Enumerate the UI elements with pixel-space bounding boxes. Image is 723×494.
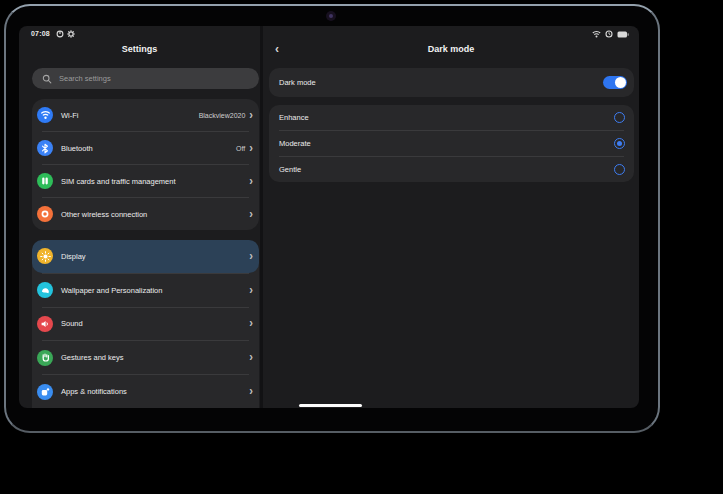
- sidebar-item-gestures[interactable]: Gestures and keys ›: [32, 341, 259, 374]
- item-label: Sound: [61, 319, 83, 328]
- sidebar-item-wallpaper[interactable]: Wallpaper and Personalization ›: [32, 274, 259, 307]
- sidebar-item-wifi[interactable]: Wi-Fi Blackview2020 ›: [32, 99, 259, 131]
- dark-mode-options-group: Enhance Moderate Gentle: [269, 105, 634, 182]
- dark-mode-switch[interactable]: [603, 76, 627, 89]
- radio-button[interactable]: [614, 164, 625, 175]
- sidebar-item-sound[interactable]: Sound ›: [32, 308, 259, 341]
- chevron-right-icon: ›: [249, 284, 253, 296]
- item-label: Other wireless connection: [61, 210, 147, 219]
- chevron-right-icon: ›: [249, 250, 253, 262]
- wireless-ring-icon: [37, 206, 53, 222]
- radio-button[interactable]: [614, 138, 625, 149]
- sun-icon: [37, 248, 53, 264]
- chevron-right-icon: ›: [249, 208, 253, 220]
- option-enhance[interactable]: Enhance: [269, 105, 634, 130]
- item-label: Bluetooth: [61, 144, 93, 153]
- sidebar-item-sim-cards[interactable]: SIM cards and traffic management ›: [32, 165, 259, 197]
- settings-title: Settings: [19, 44, 260, 54]
- item-label: Wallpaper and Personalization: [61, 286, 162, 295]
- dark-mode-panel: ‹ Dark mode Dark mode Enhance Moderate: [263, 26, 639, 408]
- chevron-right-icon: ›: [249, 386, 253, 398]
- screen: 07:08 Settings Search settings: [19, 26, 639, 408]
- option-gentle[interactable]: Gentle: [269, 157, 634, 182]
- sidebar-item-other-wireless[interactable]: Other wireless connection ›: [32, 198, 259, 230]
- radio-button[interactable]: [614, 112, 625, 123]
- chevron-right-icon: ›: [249, 175, 253, 187]
- wireless-settings-group: Wi-Fi Blackview2020 › Bluetooth Off ›: [32, 99, 259, 230]
- stage: 07:08 Settings Search settings: [0, 0, 723, 494]
- item-value: Off: [236, 145, 245, 152]
- home-indicator[interactable]: [299, 404, 362, 407]
- chevron-right-icon: ›: [249, 142, 253, 154]
- option-moderate[interactable]: Moderate: [269, 131, 634, 156]
- sim-card-icon: [37, 173, 53, 189]
- page-title: Dark mode: [263, 44, 639, 54]
- option-label: Enhance: [279, 113, 309, 122]
- option-label: Moderate: [279, 139, 311, 148]
- wallpaper-icon: [37, 282, 53, 298]
- chevron-right-icon: ›: [249, 318, 253, 330]
- settings-sidebar: Settings Search settings Wi-Fi Blackview…: [19, 26, 260, 408]
- wifi-icon: [37, 107, 53, 123]
- speaker-icon: [37, 316, 53, 332]
- sidebar-item-apps-notifications[interactable]: Apps & notifications ›: [32, 375, 259, 408]
- item-value: Blackview2020: [199, 112, 246, 119]
- search-input[interactable]: Search settings: [32, 68, 259, 89]
- sidebar-item-display[interactable]: Display ›: [32, 240, 259, 273]
- sidebar-item-bluetooth[interactable]: Bluetooth Off ›: [32, 132, 259, 164]
- chevron-right-icon: ›: [249, 352, 253, 364]
- dark-mode-toggle-row[interactable]: Dark mode: [269, 68, 634, 97]
- personalization-settings-group: Display › Wallpaper and Personalization …: [32, 240, 259, 408]
- toggle-row-label: Dark mode: [279, 78, 316, 87]
- item-label: Gestures and keys: [61, 353, 124, 362]
- search-icon: [42, 74, 52, 84]
- item-label: Apps & notifications: [61, 387, 127, 396]
- item-label: Wi-Fi: [61, 111, 79, 120]
- front-camera-icon: [326, 11, 336, 21]
- switch-knob: [615, 77, 626, 88]
- bluetooth-icon: [37, 140, 53, 156]
- item-label: Display: [61, 252, 86, 261]
- item-label: SIM cards and traffic management: [61, 177, 176, 186]
- hand-icon: [37, 350, 53, 366]
- tablet-device: 07:08 Settings Search settings: [4, 4, 660, 433]
- option-label: Gentle: [279, 165, 301, 174]
- apps-icon: [37, 384, 53, 400]
- chevron-right-icon: ›: [249, 109, 253, 121]
- search-placeholder: Search settings: [59, 74, 111, 83]
